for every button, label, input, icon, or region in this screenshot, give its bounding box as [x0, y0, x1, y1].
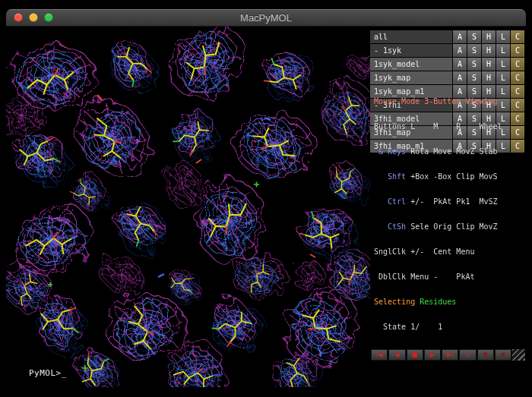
macpymol-window: MacPyMOL	[6, 9, 526, 387]
movie-menu-button-1[interactable]: ▼	[477, 349, 494, 361]
mouse-mode-label: Mouse Mode	[374, 97, 420, 106]
movie-controls: |◀ ◀ ■ ▶ ▶| S ▼ ▼	[371, 349, 525, 361]
mouse-matrix-row: Ctrl+/- PkAt Pk1 MvSZ	[374, 197, 526, 206]
object-label-all[interactable]: all	[370, 30, 452, 43]
matrix-cells: +Box -Box Clip MovS	[410, 172, 497, 181]
movie-rewind-button[interactable]: |◀	[371, 349, 388, 361]
hide-menu-button[interactable]: H	[482, 44, 496, 57]
object-row: all A S H L C	[370, 30, 524, 43]
matrix-key: SnglClk	[374, 247, 406, 256]
viewport-3d[interactable]: PyMOL>_	[6, 27, 370, 387]
mouse-mode-value: 3-Button Viewing	[424, 97, 497, 106]
matrix-key: DblClk	[374, 273, 406, 281]
mouse-matrix-row: Shft+Box -Box Clip MovS	[374, 172, 526, 181]
object-label-1syk-model[interactable]: 1syk_model	[370, 58, 452, 71]
resize-grip[interactable]	[512, 349, 525, 361]
movie-scene-button[interactable]: S	[459, 349, 476, 361]
mouse-settings-panel: Mouse Mode3-Button Viewing ButtonsL M R …	[374, 80, 526, 348]
label-menu-button[interactable]: L	[496, 58, 510, 71]
mouse-matrix-row: SnglClk+/- Cent Menu	[374, 247, 526, 256]
movie-step-back-button[interactable]: ◀	[388, 349, 405, 361]
close-button[interactable]	[14, 13, 23, 22]
action-menu-button[interactable]: A	[453, 30, 467, 43]
matrix-cells: Menu - PkAt	[410, 273, 474, 281]
object-row: - 1syk A S H L C	[370, 44, 524, 57]
matrix-cells: +/- PkAt Pk1 MvSZ	[410, 197, 497, 206]
internal-gui-panel: all A S H L C - 1syk A S H L C 1syk_mode…	[370, 27, 526, 387]
show-menu-button[interactable]: S	[467, 58, 481, 71]
selecting-label: Selecting	[374, 298, 415, 306]
state-line: State1/ 1	[374, 323, 526, 331]
matrix-key: & Keys	[374, 147, 406, 156]
hide-menu-button[interactable]: H	[482, 30, 496, 43]
mouse-mode-line[interactable]: Mouse Mode3-Button Viewing	[374, 97, 526, 106]
matrix-key: Shft	[374, 172, 406, 181]
show-menu-button[interactable]: S	[467, 44, 481, 57]
object-row: 1syk_model A S H L C	[370, 58, 524, 71]
window-title: MacPyMOL	[6, 9, 526, 27]
movie-stop-button[interactable]: ■	[407, 349, 423, 361]
color-menu-button[interactable]: C	[511, 44, 524, 57]
matrix-cells: Sele Orig Clip MovZ	[410, 222, 497, 231]
label-menu-button[interactable]: L	[496, 44, 510, 57]
titlebar[interactable]: MacPyMOL	[6, 9, 526, 27]
action-menu-button[interactable]: A	[453, 58, 467, 71]
selecting-value: Residues	[420, 298, 456, 306]
command-prompt[interactable]: PyMOL>_	[29, 368, 67, 378]
color-menu-button[interactable]: C	[511, 30, 524, 43]
minimize-button[interactable]	[29, 13, 38, 22]
hide-menu-button[interactable]: H	[482, 58, 496, 71]
action-menu-button[interactable]: A	[453, 44, 467, 57]
movie-fast-forward-button[interactable]: ▶|	[442, 349, 458, 361]
matrix-key: CtSh	[374, 222, 406, 231]
traffic-lights	[14, 13, 53, 22]
mouse-matrix-row: CtShSele Orig Clip MovZ	[374, 222, 526, 231]
matrix-cells: Rota Move MovZ Slab	[410, 147, 497, 156]
movie-play-button[interactable]: ▶	[424, 349, 441, 361]
selecting-line[interactable]: SelectingResidues	[374, 298, 526, 306]
matrix-cells: L M R Wheel	[410, 122, 502, 131]
mouse-matrix-row: & KeysRota Move MovZ Slab	[374, 147, 526, 156]
mouse-matrix-row: DblClkMenu - PkAt	[374, 273, 526, 281]
object-label-1syk-group[interactable]: - 1syk	[370, 44, 452, 57]
matrix-key: Ctrl	[374, 197, 406, 206]
movie-menu-button-2[interactable]: ▼	[495, 349, 511, 361]
matrix-key: Buttons	[374, 122, 406, 131]
zoom-button[interactable]	[44, 13, 53, 22]
mouse-matrix-header: ButtonsL M R Wheel	[374, 122, 526, 131]
color-menu-button[interactable]: C	[511, 58, 524, 71]
molecular-render	[6, 27, 370, 387]
label-menu-button[interactable]: L	[496, 30, 510, 43]
window-content: PyMOL>_ all A S H L C - 1syk A S H L	[6, 27, 526, 387]
state-value: 1/ 1	[410, 323, 442, 331]
state-label: State	[374, 323, 406, 331]
matrix-cells: +/- Cent Menu	[410, 247, 474, 256]
show-menu-button[interactable]: S	[467, 30, 481, 43]
